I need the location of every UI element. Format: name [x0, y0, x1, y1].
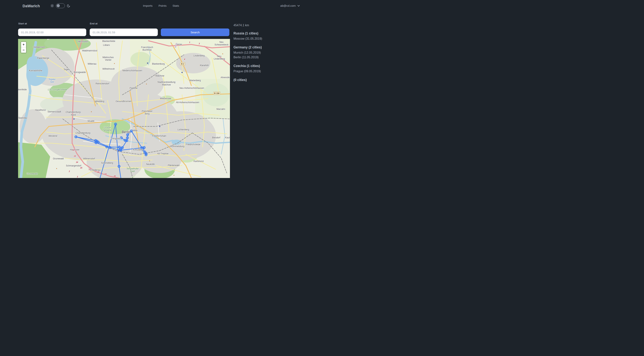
nav-link-stats[interactable]: Stats	[172, 4, 179, 7]
route-marker[interactable]	[143, 146, 145, 149]
map-canvas	[18, 39, 230, 178]
start-at-input[interactable]	[18, 28, 86, 36]
navbar: DaWarIch Imports Points Stats ab@cd.com	[0, 0, 322, 12]
theme-switch-knob	[57, 4, 60, 7]
route-marker[interactable]	[95, 141, 97, 144]
country-heading: Czechia (1 cities)	[234, 64, 295, 68]
map-zoom-control: + −	[21, 41, 26, 53]
route-marker[interactable]	[119, 149, 121, 151]
route-marker[interactable]	[130, 130, 132, 132]
city-entry: Prague (09.05.2019)	[234, 69, 295, 73]
route-marker[interactable]	[145, 154, 147, 156]
app-logo: DaWarIch	[22, 4, 40, 8]
map[interactable]: HermsdorfBlankenfeldeLübarsFranzösisch B…	[18, 39, 230, 178]
city-entry: Munich (12.05.2019)	[234, 50, 295, 55]
country-heading: (0 cities)	[234, 78, 295, 82]
user-email: ab@cd.com	[280, 4, 296, 7]
route-marker[interactable]	[121, 147, 123, 149]
nav-link-imports[interactable]: Imports	[143, 4, 152, 7]
user-menu[interactable]: ab@cd.com	[280, 4, 300, 7]
theme-toggle-group	[50, 3, 70, 8]
chevron-down-icon	[298, 5, 300, 7]
theme-switch[interactable]	[56, 3, 65, 8]
country-heading: Germany (2 cities)	[234, 45, 295, 49]
stats-panel: 45474.1 km Russia (1 cities)Moscow (31.0…	[234, 24, 295, 83]
country-heading: Russia (1 cities)	[234, 31, 295, 35]
nav-link-points[interactable]: Points	[158, 4, 166, 7]
moon-icon	[67, 4, 70, 8]
zoom-out-button[interactable]: −	[21, 47, 26, 53]
route-marker[interactable]	[106, 146, 108, 148]
city-entry: Berlin (11.05.2019)	[234, 55, 295, 59]
route-marker[interactable]	[75, 136, 77, 138]
route-marker[interactable]	[118, 165, 120, 167]
city-entry: Moscow (31.05.2019)	[234, 36, 295, 41]
sun-icon	[50, 4, 54, 8]
start-at-label: Start at	[18, 22, 27, 25]
route-marker[interactable]	[114, 123, 117, 125]
route-marker[interactable]	[118, 146, 120, 148]
route-marker[interactable]	[126, 139, 128, 142]
zoom-in-button[interactable]: +	[21, 42, 26, 47]
end-at-input[interactable]	[90, 28, 158, 36]
route-marker[interactable]	[120, 137, 122, 139]
search-button[interactable]: Search	[161, 28, 230, 36]
route-marker[interactable]	[109, 146, 111, 149]
main-nav: Imports Points Stats	[143, 4, 179, 7]
route-marker[interactable]	[142, 149, 144, 151]
total-distance: 45474.1 km	[234, 24, 295, 27]
country-list: Russia (1 cities)Moscow (31.05.2019)Germ…	[234, 31, 295, 82]
route-marker[interactable]	[126, 137, 128, 139]
end-at-label: End at	[90, 22, 98, 25]
route-marker[interactable]	[126, 134, 129, 136]
